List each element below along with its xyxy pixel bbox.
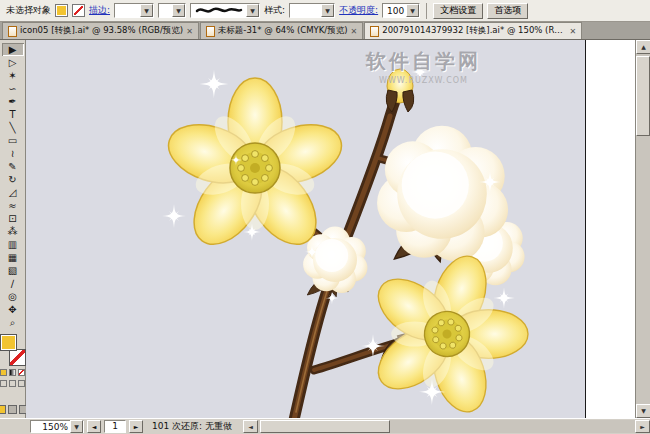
- tool-rectangle[interactable]: ▭: [2, 134, 24, 147]
- stroke-weight-combo[interactable]: ▼: [114, 3, 154, 18]
- fill-swatch[interactable]: [1, 335, 16, 350]
- opacity-label[interactable]: 不透明度:: [339, 4, 378, 17]
- style-label: 样式:: [264, 4, 285, 17]
- toolbar-bottom-chips: [0, 405, 28, 414]
- stroke-color-swatch[interactable]: [72, 4, 85, 17]
- scroll-down-icon[interactable]: ▼: [636, 404, 650, 418]
- tool-gradient[interactable]: ▧: [2, 264, 24, 277]
- tool-direct-selection[interactable]: ▷: [2, 56, 24, 69]
- ai-document-icon: [8, 26, 17, 37]
- document-tab-3[interactable]: 200791014379932 [转换].ai* @ 150% (RGB/预览)…: [364, 22, 582, 39]
- tab-label: 未标题-31* @ 64% (CMYK/预览): [218, 25, 348, 37]
- tool-mesh[interactable]: ▦: [2, 251, 24, 264]
- dropdown-icon[interactable]: ▼: [406, 4, 419, 17]
- ai-document-icon: [370, 26, 379, 37]
- fill-color-chip[interactable]: [0, 405, 6, 414]
- brush-definition-combo[interactable]: ▼: [190, 3, 260, 18]
- tool-type[interactable]: T: [2, 108, 24, 121]
- dropdown-icon[interactable]: ▼: [70, 420, 83, 433]
- brush-stroke-preview: [194, 4, 244, 16]
- hscroll-track[interactable]: [258, 420, 635, 433]
- dropdown-icon[interactable]: ▼: [172, 4, 185, 17]
- zoom-value: 150%: [31, 422, 70, 432]
- screen-mode-buttons: [0, 380, 25, 387]
- tool-hand[interactable]: ✥: [2, 303, 24, 316]
- tool-pencil[interactable]: ✎: [2, 160, 24, 173]
- main-area: ▶▷✶∽✒T╲▭≀✎↻◿≈⊡⁂▥▦▧∕◎✥⌕: [0, 40, 650, 418]
- tab-close-icon[interactable]: ✕: [570, 27, 577, 36]
- next-page-button[interactable]: ►: [129, 420, 143, 433]
- color-mode-buttons: [0, 369, 25, 376]
- tool-line-segment[interactable]: ╲: [2, 121, 24, 134]
- scroll-left-icon[interactable]: ◄: [243, 420, 258, 433]
- tab-label: 200791014379932 [转换].ai* @ 150% (RGB/预览): [382, 25, 566, 37]
- tool-lasso[interactable]: ∽: [2, 82, 24, 95]
- opacity-value: 100: [383, 6, 406, 16]
- tool-warp[interactable]: ≈: [2, 199, 24, 212]
- tool-selection[interactable]: ▶: [2, 43, 24, 56]
- tool-paintbrush[interactable]: ≀: [2, 147, 24, 160]
- status-bar: 150%▼ ◄ 1 ► 101 次还原: 无重做 ◄ ►: [0, 418, 650, 434]
- document-tab-2[interactable]: 未标题-31* @ 64% (CMYK/预览) ✕: [200, 22, 363, 39]
- tab-label: icon05 [转换].ai* @ 93.58% (RGB/预览): [20, 25, 183, 37]
- stroke-label[interactable]: 描边:: [89, 4, 110, 17]
- canvas[interactable]: 软件自学网 WWW.RUZXW.COM: [26, 40, 635, 418]
- tool-eyedropper[interactable]: ∕: [2, 277, 24, 290]
- variable-width-combo[interactable]: ▼: [158, 3, 186, 18]
- tool-magic-wand[interactable]: ✶: [2, 69, 24, 82]
- page-number-field[interactable]: 1: [104, 420, 126, 433]
- style-combo[interactable]: ▼: [289, 3, 335, 18]
- flower-artwork: [26, 40, 635, 418]
- color-button[interactable]: [0, 369, 7, 376]
- tool-symbol-sprayer[interactable]: ⁂: [2, 225, 24, 238]
- ai-document-icon: [206, 26, 215, 37]
- tool-scale[interactable]: ◿: [2, 186, 24, 199]
- scroll-up-icon[interactable]: ▲: [636, 40, 650, 54]
- illustrator-window: 未选择对象 描边: ▼ ▼ ▼ 样式: ▼ 不透明度: 100▼ 文档设置 首选…: [0, 0, 650, 434]
- horizontal-scrollbar[interactable]: ◄ ►: [243, 420, 650, 434]
- dropdown-icon[interactable]: ▼: [321, 4, 334, 17]
- document-tab-bar: icon05 [转换].ai* @ 93.58% (RGB/预览) ✕ 未标题-…: [0, 22, 650, 40]
- screen-mode-full-menu-button[interactable]: [9, 380, 16, 387]
- fill-color-swatch[interactable]: [55, 4, 68, 17]
- selection-status: 未选择对象: [6, 4, 51, 17]
- screen-mode-full-button[interactable]: [18, 380, 25, 387]
- document-tab-1[interactable]: icon05 [转换].ai* @ 93.58% (RGB/预览) ✕: [2, 22, 199, 39]
- document-setup-button[interactable]: 文档设置: [433, 3, 483, 19]
- tool-zoom[interactable]: ⌕: [2, 316, 24, 329]
- preferences-button[interactable]: 首选项: [487, 3, 528, 19]
- separator: [426, 3, 427, 19]
- stroke-swatch[interactable]: [10, 350, 25, 365]
- fill-stroke-indicator: [1, 335, 25, 365]
- zoom-level-combo[interactable]: 150%▼: [30, 420, 84, 433]
- none-button[interactable]: [18, 369, 25, 376]
- gradient-button[interactable]: [9, 369, 16, 376]
- screen-mode-normal-button[interactable]: [0, 380, 7, 387]
- swatch-chip[interactable]: [8, 405, 17, 414]
- tool-rotate[interactable]: ↻: [2, 173, 24, 186]
- previous-page-button[interactable]: ◄: [87, 420, 101, 433]
- tool-free-transform[interactable]: ⊡: [2, 212, 24, 225]
- dropdown-icon[interactable]: ▼: [246, 4, 259, 17]
- scroll-right-icon[interactable]: ►: [635, 420, 650, 433]
- tool-pen[interactable]: ✒: [2, 95, 24, 108]
- flower-bud: [386, 69, 414, 112]
- vscroll-thumb[interactable]: [636, 56, 650, 136]
- control-bar: 未选择对象 描边: ▼ ▼ ▼ 样式: ▼ 不透明度: 100▼ 文档设置 首选…: [0, 0, 650, 22]
- tool-blend[interactable]: ◎: [2, 290, 24, 303]
- tool-graph[interactable]: ▥: [2, 238, 24, 251]
- tab-close-icon[interactable]: ✕: [351, 27, 358, 36]
- undo-status: 101 次还原: 无重做: [152, 420, 232, 433]
- vertical-scrollbar[interactable]: ▲ ▼: [635, 40, 650, 418]
- hscroll-thumb[interactable]: [260, 420, 390, 433]
- tools-panel: ▶▷✶∽✒T╲▭≀✎↻◿≈⊡⁂▥▦▧∕◎✥⌕: [0, 40, 26, 418]
- vscroll-track[interactable]: [636, 54, 650, 404]
- yellow-flower-upper: [161, 78, 349, 257]
- tools-list: ▶▷✶∽✒T╲▭≀✎↻◿≈⊡⁂▥▦▧∕◎✥⌕: [2, 43, 24, 329]
- tab-close-icon[interactable]: ✕: [186, 27, 193, 36]
- opacity-input[interactable]: 100▼: [382, 3, 420, 18]
- dropdown-icon[interactable]: ▼: [140, 4, 153, 17]
